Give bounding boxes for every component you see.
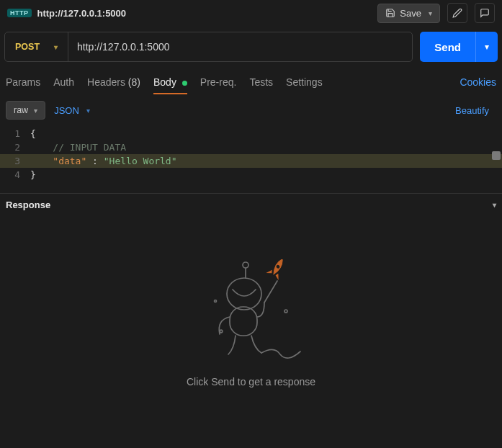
chevron-down-icon: ▾ xyxy=(54,43,58,51)
svg-point-6 xyxy=(284,310,287,313)
code-key: "data" xyxy=(53,156,86,166)
response-header[interactable]: Response ▾ xyxy=(0,193,502,216)
line-number: 3 xyxy=(0,156,30,166)
response-placeholder: Click Send to get a response xyxy=(187,376,315,387)
http-badge: HTTP xyxy=(7,9,32,17)
svg-point-5 xyxy=(214,300,216,303)
body-subbar: raw ▾ JSON ▾ Beautify xyxy=(0,97,502,124)
code-string: "Hello World" xyxy=(104,156,177,166)
body-type-label: raw xyxy=(14,105,28,115)
svg-point-2 xyxy=(227,278,261,310)
scrollbar-thumb[interactable] xyxy=(492,151,501,160)
save-icon xyxy=(385,8,395,18)
tab-title: http://127.0.0.1:5000 xyxy=(37,8,127,19)
chevron-down-icon: ▾ xyxy=(429,9,432,17)
tab-auth[interactable]: Auth xyxy=(53,68,74,97)
response-title: Response xyxy=(6,200,50,210)
svg-point-7 xyxy=(220,330,223,333)
comment-button[interactable] xyxy=(475,3,495,23)
svg-point-0 xyxy=(243,262,248,268)
tab-params[interactable]: Params xyxy=(6,68,40,97)
url-input[interactable] xyxy=(68,32,412,61)
body-format-selector[interactable]: JSON ▾ xyxy=(54,105,90,116)
body-type-selector[interactable]: raw ▾ xyxy=(6,101,45,120)
chevron-down-icon[interactable]: ▾ xyxy=(476,42,498,52)
code-token: } xyxy=(30,169,36,180)
astronaut-illustration xyxy=(194,259,309,360)
chevron-down-icon: ▾ xyxy=(86,107,90,115)
comment-icon xyxy=(480,8,490,18)
pencil-icon xyxy=(452,8,462,18)
tab-body[interactable]: Body xyxy=(153,68,187,97)
modified-dot-icon xyxy=(182,81,187,86)
tab-prereq[interactable]: Pre-req. xyxy=(200,68,237,97)
chevron-down-icon: ▾ xyxy=(34,107,37,115)
title-bar: HTTP http://127.0.0.1:5000 Save ▾ xyxy=(0,0,502,26)
edit-button[interactable] xyxy=(447,3,467,23)
beautify-button[interactable]: Beautify xyxy=(455,105,496,116)
method-label: POST xyxy=(15,42,40,52)
svg-line-4 xyxy=(264,281,277,303)
response-empty-state: Click Send to get a response xyxy=(0,216,502,387)
tab-tests[interactable]: Tests xyxy=(249,68,273,97)
send-button[interactable]: Send ▾ xyxy=(420,32,498,62)
tab-settings[interactable]: Settings xyxy=(286,68,323,97)
code-comment: // INPUT DATA xyxy=(53,142,126,153)
save-label: Save xyxy=(400,8,421,19)
code-punc: : xyxy=(86,156,103,166)
tab-body-label: Body xyxy=(153,76,176,88)
method-selector[interactable]: POST ▾ xyxy=(5,32,68,61)
tab-headers[interactable]: Headers (8) xyxy=(87,68,140,97)
chevron-down-icon: ▾ xyxy=(493,201,496,209)
svg-rect-3 xyxy=(230,307,257,336)
tab-headers-count: (8) xyxy=(128,76,140,88)
request-row: POST ▾ Send ▾ xyxy=(0,26,502,68)
method-url-group: POST ▾ xyxy=(4,32,413,62)
body-editor[interactable]: 1 { 2 // INPUT DATA 3 "data" : "Hello Wo… xyxy=(0,124,502,184)
line-number: 2 xyxy=(0,142,30,153)
line-number: 4 xyxy=(0,169,30,180)
cookies-link[interactable]: Cookies xyxy=(460,76,496,88)
request-tabs: Params Auth Headers (8) Body Pre-req. Te… xyxy=(0,68,502,97)
line-number: 1 xyxy=(0,128,30,139)
save-button[interactable]: Save ▾ xyxy=(377,4,440,23)
body-format-label: JSON xyxy=(54,105,79,116)
code-token: { xyxy=(30,128,36,139)
send-label: Send xyxy=(420,32,476,62)
tab-headers-label: Headers xyxy=(87,76,125,88)
